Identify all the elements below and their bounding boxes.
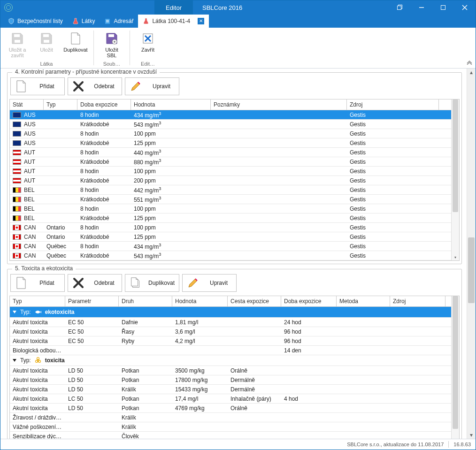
table-cell: Krátkodobé [77, 139, 131, 147]
table-row[interactable]: Akutní toxicitaEC 50Dafnie1,81 mg/l24 ho… [10, 318, 451, 327]
titlebar-active-tab[interactable]: Editor [154, 0, 193, 15]
scroll-down-icon[interactable]: ▾ [467, 431, 476, 439]
flag-icon [13, 159, 21, 165]
table-row[interactable]: BEL8 hodin100 ppmGestis [10, 204, 451, 214]
s4-edit-button[interactable]: Upravit [125, 77, 179, 95]
section-5: 5. Toxicita a ekotoxicita PřidatOdebratD… [7, 269, 462, 439]
col-header[interactable]: Zdroj [347, 99, 439, 110]
table-row[interactable]: Akutní toxicitaLD 50Potkan3500 mg/kgOrál… [10, 366, 451, 375]
doc-tab-1[interactable]: Látky [68, 15, 100, 28]
table-cell: 100 ppm [131, 205, 211, 213]
table-cell [228, 350, 281, 351]
doc-tab-0[interactable]: Bezpečnostní listy [3, 15, 68, 28]
expand-icon[interactable] [13, 359, 16, 362]
scroll-thumb[interactable] [453, 99, 458, 212]
table-row[interactable]: AUSKrátkodobé125 ppmGestis [10, 138, 451, 148]
window-restore-down-button[interactable] [389, 0, 411, 15]
col-header[interactable]: Zdroj [390, 296, 445, 306]
table-cell [44, 208, 77, 209]
table-row[interactable]: Akutní toxicitaEC 50Řasy3,6 mg/l96 hod [10, 327, 451, 336]
table-cell [228, 417, 281, 418]
table-cell: Orálně [228, 367, 281, 374]
table-row[interactable]: BELKrátkodobé125 ppmGestis [10, 214, 451, 223]
group-row[interactable]: Typ: toxicita [10, 355, 451, 366]
s5-duplicate-button[interactable]: Duplikovat [125, 274, 179, 292]
col-header[interactable]: Doba expozice [77, 99, 131, 110]
tab-close-icon[interactable]: ✕ [198, 18, 204, 24]
table-row[interactable]: Vážné poškození o…Králík [10, 422, 451, 432]
content-area: 4. Kontrolní parametry - přípustné konce… [0, 69, 476, 439]
table-row[interactable]: Akutní toxicitaLD 50Potkan17800 mg/kgDer… [10, 375, 451, 385]
table-row[interactable]: AUSKrátkodobé543 mg/m3Gestis [10, 120, 451, 129]
page-icon [68, 31, 83, 46]
page-vertical-scrollbar[interactable]: ▴ ▾ [467, 69, 476, 439]
table-row[interactable]: AUTKrátkodobé880 mg/m3Gestis [10, 157, 451, 167]
table-row[interactable]: Akutní toxicitaLD 50Králík15433 mg/kgDer… [10, 385, 451, 394]
grid-vertical-scrollbar[interactable]: ▴ ▾ [451, 296, 459, 439]
scroll-down-icon[interactable]: ▾ [452, 254, 459, 260]
s4-remove-button[interactable]: Odebrat [68, 77, 122, 95]
expand-icon[interactable] [13, 311, 16, 313]
window-maximize-button[interactable] [432, 0, 454, 15]
table-cell [390, 417, 445, 418]
col-header[interactable]: Doba expozice [281, 296, 337, 306]
col-header[interactable]: Metoda [337, 296, 390, 306]
table-row[interactable]: AUT8 hodin440 mg/m3Gestis [10, 148, 451, 157]
col-header[interactable]: Cesta expozice [228, 296, 281, 306]
table-row[interactable]: AUTKrátkodobé200 ppmGestis [10, 176, 451, 185]
table-row[interactable]: CANQuébec8 hodin434 mg/m3Gestis [10, 242, 451, 251]
table-cell: Gestis [347, 243, 439, 250]
s5-edit-button[interactable]: Upravit [182, 274, 237, 292]
table-row[interactable]: Akutní toxicitaEC 50Ryby4,2 mg/l96 hod [10, 336, 451, 346]
table-cell: Potkan [119, 395, 172, 403]
table-cell [211, 133, 347, 134]
scroll-thumb[interactable] [468, 237, 475, 303]
window-close-button[interactable] [454, 0, 476, 15]
table-row[interactable]: BELKrátkodobé551 mg/m3Gestis [10, 195, 451, 204]
col-header[interactable]: Stát [10, 99, 44, 110]
table-row[interactable]: CANOntarioKrátkodobé125 ppmGestis [10, 232, 451, 242]
table-row[interactable]: AUT8 hodin100 ppmGestis [10, 167, 451, 176]
duplicate-button[interactable]: Duplikovat [61, 30, 90, 60]
table-cell: 8 hodin [77, 168, 131, 175]
table-cell: CAN [10, 224, 44, 231]
grid-vertical-scrollbar[interactable]: ▴ ▾ [451, 99, 459, 260]
flag-icon [13, 215, 21, 221]
table-cell: Gestis [347, 149, 439, 156]
col-header[interactable]: Typ [10, 296, 65, 306]
col-header[interactable]: Typ [44, 99, 77, 110]
table-row[interactable]: Akutní toxicitaLC 50Potkan17,4 mg/lInhal… [10, 394, 451, 404]
table-row[interactable]: Biologická odbour…14 den [10, 346, 451, 355]
save-sbl-button[interactable]: UložitSBL [98, 30, 126, 60]
col-header[interactable]: Parametr [65, 296, 119, 306]
scroll-thumb[interactable] [453, 296, 458, 429]
close-box-icon [140, 31, 155, 46]
col-header[interactable]: Hodnota [131, 99, 211, 110]
doc-tab-3[interactable]: Látka 100-41-4✕ [138, 15, 209, 28]
table-cell [390, 408, 445, 409]
table-cell: Řasy [119, 328, 172, 336]
group-row[interactable]: Typ: ekotoxicita [10, 307, 451, 318]
s5-remove-button[interactable]: Odebrat [68, 274, 122, 292]
col-header[interactable]: Druh [119, 296, 172, 306]
table-row[interactable]: BEL8 hodin442 mg/m3Gestis [10, 185, 451, 195]
s5-add-button[interactable]: Přidat [10, 274, 65, 292]
table-row[interactable]: AUS8 hodin100 ppmGestis [10, 129, 451, 138]
page-icon [15, 276, 28, 290]
table-row[interactable]: Senzibilizace dýcha…Člověk [10, 432, 451, 439]
table-row[interactable]: Akutní toxicitaLD 50Potkan4769 mg/kgOrál… [10, 404, 451, 413]
table-row[interactable]: Žíravost / dráždivos…Králík [10, 413, 451, 422]
col-header[interactable]: Hodnota [172, 296, 228, 306]
table-cell: 100 ppm [131, 168, 211, 175]
ribbon-collapse-icon[interactable] [466, 60, 473, 66]
doc-tab-2[interactable]: Adresář [100, 15, 138, 28]
scroll-up-icon[interactable]: ▴ [467, 69, 476, 76]
col-header[interactable]: Poznámky [211, 99, 347, 110]
s4-add-button[interactable]: Přidat [10, 77, 65, 95]
close-button[interactable]: Zavřít [134, 30, 162, 54]
table-cell: LD 50 [65, 376, 119, 384]
table-row[interactable]: AUS8 hodin434 mg/m3Gestis [10, 110, 451, 120]
window-minimize-button[interactable] [411, 0, 432, 15]
table-row[interactable]: CANOntario8 hodin100 ppmGestis [10, 223, 451, 232]
table-row[interactable]: CANQuébecKrátkodobé543 mg/m3Gestis [10, 251, 451, 260]
